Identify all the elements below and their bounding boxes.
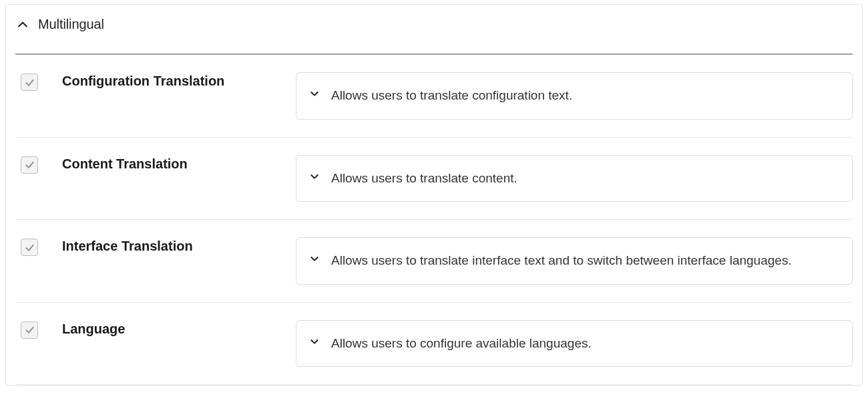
module-description: Allows users to translate interface text… [331, 251, 792, 271]
module-name: Language [62, 321, 296, 337]
chevron-down-icon [308, 170, 320, 182]
module-name-cell: Configuration Translation [62, 72, 296, 89]
module-name: Content Translation [62, 156, 296, 172]
module-description: Allows users to translate content. [331, 169, 517, 188]
module-name-cell: Language [62, 320, 296, 337]
module-row-content-translation: Content Translation Allows users to tran… [15, 138, 853, 221]
module-name-cell: Content Translation [62, 155, 296, 172]
module-row-language: Language Allows users to configure avail… [15, 303, 853, 386]
module-description-toggle[interactable]: Allows users to translate configuration … [296, 72, 853, 120]
chevron-down-icon [308, 253, 320, 265]
checkbox-interface-translation[interactable] [21, 239, 38, 256]
module-row-interface-translation: Interface Translation Allows users to tr… [15, 220, 853, 303]
chevron-down-icon [308, 88, 320, 100]
module-description-toggle[interactable]: Allows users to configure available lang… [296, 320, 853, 368]
chevron-up-icon [15, 17, 30, 32]
module-description: Allows users to configure available lang… [331, 334, 592, 354]
checkmark-icon [24, 77, 35, 88]
module-list: Configuration Translation Allows users t… [15, 55, 853, 385]
module-desc-cell: Allows users to translate content. [296, 155, 853, 220]
multilingual-panel: Multilingual Configuration Translation [5, 4, 863, 386]
checkbox-column [15, 237, 62, 256]
checkbox-column [15, 320, 62, 339]
module-desc-cell: Allows users to translate interface text… [296, 237, 853, 302]
chevron-down-icon [308, 335, 320, 348]
section-title: Multilingual [38, 17, 104, 32]
module-row-configuration-translation: Configuration Translation Allows users t… [15, 55, 853, 138]
checkbox-configuration-translation[interactable] [21, 74, 38, 91]
module-description: Allows users to translate configuration … [331, 86, 572, 106]
checkmark-icon [24, 324, 35, 335]
module-desc-cell: Allows users to configure available lang… [296, 320, 853, 385]
checkmark-icon [24, 242, 35, 253]
checkbox-content-translation[interactable] [21, 156, 38, 174]
checkbox-column [15, 72, 62, 91]
module-description-toggle[interactable]: Allows users to translate interface text… [296, 237, 853, 285]
checkmark-icon [24, 159, 35, 170]
module-name: Interface Translation [62, 239, 296, 254]
module-name-cell: Interface Translation [62, 237, 296, 254]
checkbox-language[interactable] [21, 321, 38, 339]
section-header[interactable]: Multilingual [6, 5, 862, 53]
module-desc-cell: Allows users to translate configuration … [296, 72, 853, 137]
checkbox-column [15, 155, 62, 174]
module-description-toggle[interactable]: Allows users to translate content. [296, 155, 853, 202]
module-name: Configuration Translation [62, 74, 296, 89]
